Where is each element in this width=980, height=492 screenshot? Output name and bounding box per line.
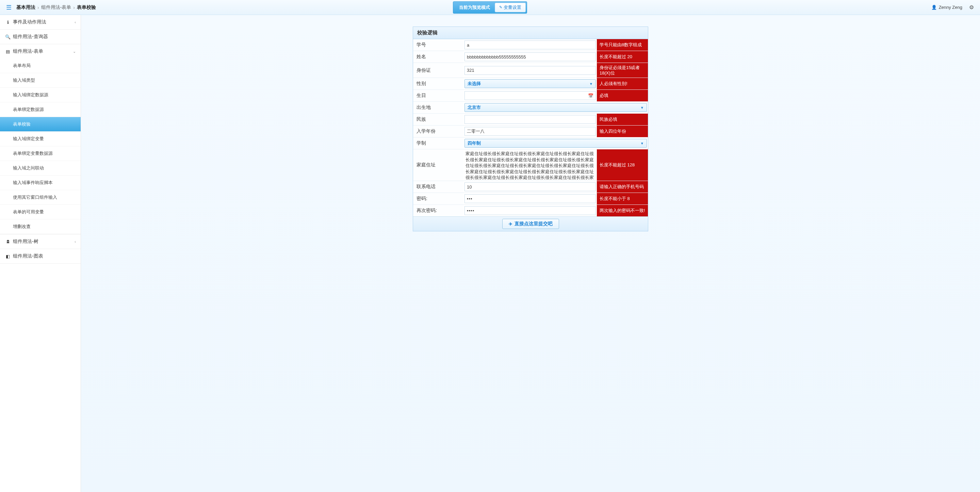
select-input[interactable]: 未选择▼ bbox=[465, 79, 596, 88]
sidebar: ℹ事件及动作用法‹🔍组件用法-查询器▤组件用法-表单⌄表单布局输入域类型输入域绑… bbox=[0, 15, 81, 492]
select-value: 四年制 bbox=[468, 140, 481, 146]
topbar: ☰ 基本用法 › 组件用法-表单 › 表单校验 当前为预览模式 ✎ 变量设置 👤… bbox=[0, 0, 980, 15]
text-input[interactable] bbox=[465, 127, 596, 136]
breadcrumb-current: 表单校验 bbox=[77, 5, 96, 11]
password-input[interactable] bbox=[465, 206, 596, 215]
field-label: 入学年份 bbox=[413, 126, 463, 137]
field-label: 身份证 bbox=[413, 63, 463, 78]
chevron-icon: ‹ bbox=[75, 240, 76, 244]
form-row: 再次密码:两次输入的密码不一致! bbox=[413, 205, 648, 217]
sidebar-section-label: 组件用法-图表 bbox=[13, 253, 43, 259]
variable-settings-button[interactable]: ✎ 变量设置 bbox=[495, 3, 526, 12]
form-row: 姓名长度不能超过 20 bbox=[413, 51, 648, 63]
field-label: 联系电话 bbox=[413, 181, 463, 193]
text-input[interactable] bbox=[465, 182, 596, 191]
select-input[interactable]: 北京市▼ bbox=[465, 103, 647, 112]
validation-error: 输入四位年份 bbox=[597, 126, 648, 137]
date-input[interactable]: 📅 bbox=[465, 91, 596, 100]
field-wrapper: 长度不能超过 20 bbox=[463, 51, 648, 63]
field-wrapper: 两次输入的密码不一致! bbox=[463, 205, 648, 217]
field-wrapper: 请输入正确的手机号码 bbox=[463, 181, 648, 193]
field-label: 再次密码: bbox=[413, 205, 463, 217]
sidebar-item[interactable]: 输入域类型 bbox=[0, 73, 81, 88]
password-input[interactable] bbox=[465, 194, 596, 203]
sidebar-item[interactable]: 输入域之间联动 bbox=[0, 161, 81, 175]
field-label: 民族 bbox=[413, 114, 463, 125]
validation-error: 长度不能超过 20 bbox=[597, 51, 648, 63]
validation-error: 两次输入的密码不一致! bbox=[597, 205, 648, 217]
field-label: 学号 bbox=[413, 39, 463, 51]
text-input[interactable] bbox=[465, 53, 596, 61]
validation-error: 人必须有性别! bbox=[597, 78, 648, 89]
caret-down-icon: ▼ bbox=[640, 106, 644, 110]
sidebar-item[interactable]: 表单布局 bbox=[0, 59, 81, 73]
preview-bar: 当前为预览模式 ✎ 变量设置 bbox=[453, 2, 527, 14]
main-content: 校验逻辑 学号学号只能由8数字组成姓名长度不能超过 20身份证身份证必须是15或… bbox=[81, 15, 980, 492]
field-label: 姓名 bbox=[413, 51, 463, 63]
field-wrapper: 北京市▼ bbox=[463, 102, 648, 113]
textarea-input[interactable] bbox=[463, 150, 597, 181]
field-wrapper: 长度不能超过 128 bbox=[463, 150, 648, 181]
sidebar-section-label: 组件用法-表单 bbox=[13, 48, 43, 54]
caret-down-icon: ▼ bbox=[640, 142, 644, 145]
caret-down-icon: ▼ bbox=[589, 82, 593, 86]
sidebar-section-head[interactable]: ◧组件用法-图表 bbox=[0, 249, 81, 263]
sidebar-section-icon: ⯭ bbox=[5, 239, 11, 244]
user-name: Zenny Zeng bbox=[939, 5, 962, 10]
validation-error: 长度不能超过 128 bbox=[597, 150, 648, 181]
form-row: 密码:长度不能小于 8 bbox=[413, 193, 648, 205]
sidebar-section-label: 事件及动作用法 bbox=[13, 19, 46, 25]
validation-error: 学号只能由8数字组成 bbox=[597, 39, 648, 51]
select-input[interactable]: 四年制▼ bbox=[465, 139, 647, 148]
sidebar-section-head[interactable]: 🔍组件用法-查询器 bbox=[0, 30, 81, 44]
breadcrumb-sep: › bbox=[37, 5, 39, 10]
paper-plane-icon: ✈ bbox=[509, 221, 512, 227]
sidebar-item[interactable]: 增删改查 bbox=[0, 220, 81, 234]
text-input[interactable] bbox=[465, 115, 596, 124]
select-value: 北京市 bbox=[468, 105, 481, 111]
sidebar-item[interactable]: 表单绑定变量数据源 bbox=[0, 146, 81, 161]
validation-error: 长度不能小于 8 bbox=[597, 193, 648, 204]
field-wrapper: 学号只能由8数字组成 bbox=[463, 39, 648, 51]
form-row: 学制四年制▼ bbox=[413, 137, 648, 150]
sidebar-item[interactable]: 表单的可用变量 bbox=[0, 205, 81, 220]
text-input[interactable] bbox=[465, 40, 596, 49]
validation-error: 请输入正确的手机号码 bbox=[597, 181, 648, 193]
sidebar-section-head[interactable]: ⯭组件用法-树‹ bbox=[0, 234, 81, 249]
form-panel: 校验逻辑 学号学号只能由8数字组成姓名长度不能超过 20身份证身份证必须是15或… bbox=[413, 27, 648, 231]
sidebar-item[interactable]: 使用其它窗口组件输入 bbox=[0, 190, 81, 205]
sidebar-item[interactable]: 表单校验 bbox=[0, 117, 81, 132]
sidebar-item[interactable]: 输入域事件响应脚本 bbox=[0, 175, 81, 190]
field-wrapper: 民族必填 bbox=[463, 114, 648, 125]
form-row: 民族民族必填 bbox=[413, 114, 648, 126]
form-row: 身份证身份证必须是15或者18(X)位 bbox=[413, 63, 648, 78]
sidebar-section-icon: ℹ bbox=[5, 20, 11, 25]
form-row: 入学年份输入四位年份 bbox=[413, 126, 648, 137]
field-wrapper: 长度不能小于 8 bbox=[463, 193, 648, 204]
user-block[interactable]: 👤 Zenny Zeng bbox=[931, 5, 962, 10]
preview-mode-label: 当前为预览模式 bbox=[454, 5, 495, 11]
sidebar-section-icon: ▤ bbox=[5, 49, 11, 54]
form-row: 性别未选择▼人必须有性别! bbox=[413, 78, 648, 90]
field-wrapper: 未选择▼人必须有性别! bbox=[463, 78, 648, 89]
text-input[interactable] bbox=[465, 66, 596, 75]
form-row: 出生地北京市▼ bbox=[413, 102, 648, 114]
breadcrumb-mid[interactable]: 组件用法-表单 bbox=[41, 5, 72, 11]
sidebar-item[interactable]: 表单绑定数据源 bbox=[0, 102, 81, 117]
sidebar-item[interactable]: 输入域绑定变量 bbox=[0, 132, 81, 146]
field-label: 学制 bbox=[413, 137, 463, 149]
select-value: 未选择 bbox=[468, 81, 481, 87]
breadcrumb: 基本用法 › 组件用法-表单 › 表单校验 bbox=[16, 5, 96, 11]
sidebar-section-label: 组件用法-查询器 bbox=[13, 34, 48, 40]
sidebar-section-icon: ◧ bbox=[5, 254, 11, 259]
breadcrumb-sep: › bbox=[73, 5, 75, 10]
breadcrumb-root[interactable]: 基本用法 bbox=[16, 5, 35, 11]
chevron-icon: ⌄ bbox=[73, 49, 76, 54]
submit-button[interactable]: ✈ 直接点这里提交吧 bbox=[502, 219, 559, 229]
field-wrapper: 📅必填 bbox=[463, 90, 648, 101]
sidebar-section-head[interactable]: ℹ事件及动作用法‹ bbox=[0, 15, 81, 29]
sidebar-section-head[interactable]: ▤组件用法-表单⌄ bbox=[0, 44, 81, 59]
menu-toggle-icon[interactable]: ☰ bbox=[4, 2, 14, 13]
settings-icon[interactable]: ⚙ bbox=[967, 3, 976, 12]
sidebar-item[interactable]: 输入域绑定数据源 bbox=[0, 88, 81, 102]
